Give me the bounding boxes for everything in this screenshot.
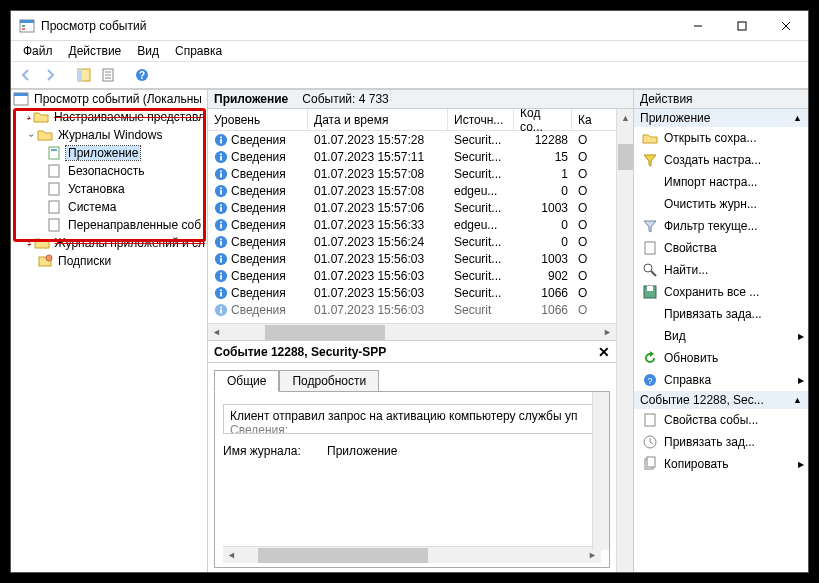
actions-group-event[interactable]: Событие 12288, Sec...▲ — [634, 391, 808, 409]
table-row[interactable]: Сведения01.07.2023 15:57:08edgeu...0О — [208, 182, 616, 199]
details-tabs: Общие Подробности — [208, 363, 616, 391]
details-title: Событие 12288, Security-SPP — [214, 345, 386, 359]
details-vscrollbar[interactable] — [592, 392, 609, 550]
svg-text:?: ? — [139, 70, 145, 81]
tab-general[interactable]: Общие — [214, 370, 279, 392]
menu-bar: Файл Действие Вид Справка — [11, 41, 808, 61]
help-icon: ? — [642, 372, 658, 388]
action-refresh[interactable]: Обновить — [634, 347, 808, 369]
col-level[interactable]: Уровень — [208, 109, 308, 130]
action-properties[interactable]: Свойства — [634, 237, 808, 259]
info-icon — [214, 201, 228, 215]
action-create-custom[interactable]: Создать настра... — [634, 149, 808, 171]
menu-file[interactable]: Файл — [15, 43, 61, 59]
close-details-button[interactable]: ✕ — [598, 344, 610, 360]
table-row[interactable]: Сведения01.07.2023 15:57:08Securit...1О — [208, 165, 616, 182]
forward-button[interactable] — [39, 64, 61, 86]
expander-icon[interactable]: › — [26, 129, 37, 141]
action-copy[interactable]: Копировать▶ — [634, 453, 808, 475]
minimize-button[interactable] — [676, 12, 720, 40]
col-category[interactable]: Ка — [572, 109, 596, 130]
collapse-icon[interactable]: ▲ — [793, 395, 802, 405]
scroll-up-icon[interactable]: ▲ — [617, 109, 633, 126]
scroll-left-icon[interactable]: ◄ — [208, 324, 225, 341]
svg-rect-23 — [49, 219, 59, 231]
table-row[interactable]: Сведения01.07.2023 15:56:33edgeu...0О — [208, 216, 616, 233]
col-datetime[interactable]: Дата и время — [308, 109, 448, 130]
scroll-thumb[interactable] — [618, 144, 633, 170]
vertical-scrollbar[interactable]: ▲ — [616, 109, 633, 572]
folder-icon — [37, 127, 53, 143]
action-save-all[interactable]: Сохранить все ... — [634, 281, 808, 303]
table-row[interactable]: Сведения01.07.2023 15:56:03Securit...100… — [208, 250, 616, 267]
menu-help[interactable]: Справка — [167, 43, 230, 59]
tree-panel: Просмотр событий (Локальны › Настраиваем… — [11, 90, 208, 572]
scroll-thumb[interactable] — [265, 325, 385, 340]
svg-rect-58 — [220, 306, 222, 308]
expander-icon[interactable]: › — [25, 238, 34, 249]
copy-icon — [642, 456, 658, 472]
action-event-properties[interactable]: Свойства собы... — [634, 409, 808, 431]
tree-forwarded[interactable]: Перенаправленные соб — [11, 216, 207, 234]
close-button[interactable] — [764, 12, 808, 40]
info-icon — [214, 286, 228, 300]
action-open-saved[interactable]: Открыть сохра... — [634, 127, 808, 149]
help-button[interactable]: ? — [131, 64, 153, 86]
col-source[interactable]: Источн... — [448, 109, 514, 130]
action-import-custom[interactable]: Импорт настра... — [634, 171, 808, 193]
tree-system[interactable]: Система — [11, 198, 207, 216]
svg-rect-9 — [78, 69, 82, 81]
scroll-right-icon[interactable]: ► — [599, 324, 616, 341]
blank-icon — [642, 196, 658, 212]
actions-group-application[interactable]: Приложение▲ — [634, 109, 808, 127]
svg-rect-69 — [647, 457, 655, 467]
tree-custom-views[interactable]: › Настраиваемые представл — [11, 108, 207, 126]
tree-security[interactable]: Безопасность — [11, 162, 207, 180]
table-row[interactable]: Сведения01.07.2023 15:57:11Securit...15О — [208, 148, 616, 165]
scroll-left-icon[interactable]: ◄ — [223, 547, 240, 564]
action-filter-log[interactable]: Фильтр текуще... — [634, 215, 808, 237]
table-row[interactable]: Сведения01.07.2023 15:57:28Securit...122… — [208, 131, 616, 148]
info-icon — [214, 184, 228, 198]
menu-view[interactable]: Вид — [129, 43, 167, 59]
table-row[interactable]: Сведения01.07.2023 15:57:06Securit...100… — [208, 199, 616, 216]
tree-subscriptions[interactable]: Подписки — [11, 252, 207, 270]
scroll-thumb[interactable] — [258, 548, 428, 563]
properties-button[interactable] — [97, 64, 119, 86]
maximize-button[interactable] — [720, 12, 764, 40]
action-view[interactable]: Вид▶ — [634, 325, 808, 347]
action-attach-task[interactable]: Привязать зада... — [634, 303, 808, 325]
details-hscrollbar[interactable]: ◄ ► — [223, 546, 601, 563]
tree-windows-logs[interactable]: › Журналы Windows — [11, 126, 207, 144]
show-hide-tree-button[interactable] — [73, 64, 95, 86]
svg-rect-21 — [49, 183, 59, 195]
action-find[interactable]: Найти... — [634, 259, 808, 281]
info-icon — [214, 269, 228, 283]
action-help[interactable]: ?Справка▶ — [634, 369, 808, 391]
action-clear-log[interactable]: Очистить журн... — [634, 193, 808, 215]
tree-application[interactable]: Приложение — [11, 144, 207, 162]
tab-details[interactable]: Подробности — [279, 370, 379, 392]
expander-icon[interactable]: › — [25, 112, 33, 123]
tree-root[interactable]: Просмотр событий (Локальны — [11, 90, 207, 108]
horizontal-scrollbar[interactable]: ◄ ► — [208, 323, 616, 340]
tree-app-service-logs[interactable]: › Журналы приложений и сл — [11, 234, 207, 252]
table-row[interactable]: Сведения01.07.2023 15:56:03Securit...106… — [208, 284, 616, 301]
svg-rect-5 — [738, 22, 746, 30]
tree-setup[interactable]: Установка — [11, 180, 207, 198]
svg-rect-43 — [220, 221, 222, 223]
table-row[interactable]: Сведения01.07.2023 15:56:24Securit...0О — [208, 233, 616, 250]
action-attach-task-event[interactable]: Привязать зад... — [634, 431, 808, 453]
svg-rect-42 — [220, 224, 222, 228]
properties-icon — [642, 240, 658, 256]
table-row[interactable]: Сведения01.07.2023 15:56:03Securit1066О — [208, 301, 616, 318]
svg-rect-46 — [220, 238, 222, 240]
col-eventid[interactable]: Код со... — [514, 109, 572, 130]
content-panel: Приложение Событий: 4 733 Уровень Дата и… — [208, 90, 634, 572]
svg-rect-17 — [14, 93, 28, 96]
table-row[interactable]: Сведения01.07.2023 15:56:03Securit...902… — [208, 267, 616, 284]
folder-icon — [33, 109, 49, 125]
back-button[interactable] — [15, 64, 37, 86]
menu-action[interactable]: Действие — [61, 43, 130, 59]
collapse-icon[interactable]: ▲ — [793, 113, 802, 123]
